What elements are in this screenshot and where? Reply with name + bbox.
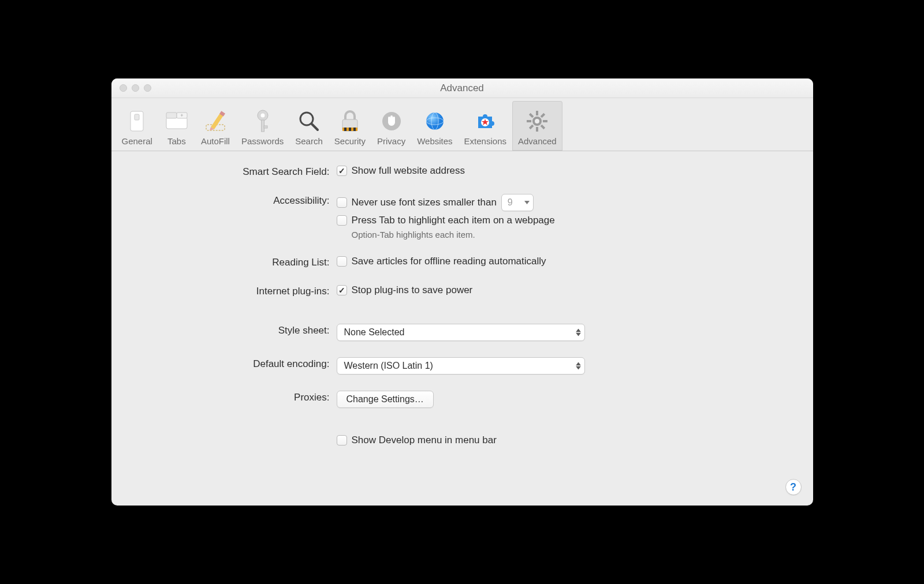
- zoom-window-button[interactable]: [144, 84, 151, 92]
- help-button[interactable]: ?: [785, 479, 802, 495]
- svg-rect-2: [166, 117, 187, 129]
- svg-point-23: [426, 113, 444, 130]
- tabs-icon: +: [164, 108, 189, 134]
- minimize-window-button[interactable]: [132, 84, 139, 92]
- encoding-label: Default encoding:: [135, 357, 337, 370]
- press-tab-checkbox[interactable]: [337, 215, 347, 226]
- min-font-size-checkbox[interactable]: [337, 197, 347, 208]
- magnifier-icon: [296, 108, 322, 134]
- encoding-value: Western (ISO Latin 1): [344, 361, 433, 371]
- svg-rect-21: [353, 128, 356, 131]
- tab-label: Search: [295, 136, 323, 146]
- svg-text:+: +: [180, 113, 183, 118]
- svg-rect-36: [541, 125, 545, 129]
- svg-rect-13: [264, 126, 267, 128]
- svg-rect-29: [536, 111, 538, 115]
- pencil-form-icon: [203, 108, 228, 134]
- tab-advanced[interactable]: Advanced: [512, 101, 562, 151]
- help-icon: ?: [790, 481, 796, 493]
- change-proxy-settings-text: Change Settings…: [346, 394, 424, 405]
- min-font-size-text: Never use font sizes smaller than: [352, 197, 497, 208]
- option-tab-hint: Option-Tab highlights each item.: [352, 230, 790, 239]
- chevron-down-icon: [524, 201, 530, 204]
- tab-general[interactable]: General: [116, 101, 158, 151]
- proxies-label: Proxies:: [135, 391, 337, 403]
- show-full-address-text: Show full website address: [352, 165, 465, 177]
- advanced-pane: Smart Search Field: Show full website ad…: [111, 151, 813, 463]
- svg-rect-30: [536, 127, 538, 132]
- svg-line-15: [312, 124, 318, 130]
- smart-search-label: Smart Search Field:: [135, 165, 337, 178]
- lock-icon: [337, 108, 363, 134]
- svg-rect-1: [135, 114, 139, 120]
- save-offline-checkbox[interactable]: [337, 256, 347, 267]
- tab-extensions[interactable]: Extensions: [459, 101, 512, 151]
- svg-rect-19: [344, 128, 346, 131]
- preferences-toolbar: General + Tabs: [111, 98, 813, 151]
- accessibility-label: Accessibility:: [135, 194, 337, 207]
- globe-icon: [422, 108, 448, 134]
- stop-plugins-text: Stop plug-ins to save power: [352, 284, 473, 296]
- tab-label: Tabs: [167, 136, 186, 146]
- svg-rect-34: [529, 125, 534, 129]
- stylesheet-select[interactable]: None Selected: [337, 324, 585, 341]
- change-proxy-settings-button[interactable]: Change Settings…: [337, 391, 434, 408]
- hand-stop-icon: [379, 108, 404, 134]
- show-develop-menu-checkbox[interactable]: [337, 435, 347, 446]
- chevron-updown-icon: [576, 329, 581, 336]
- window-controls: [120, 84, 151, 92]
- svg-rect-3: [166, 113, 177, 118]
- svg-marker-39: [576, 329, 581, 332]
- tab-security[interactable]: Security: [329, 101, 371, 151]
- min-font-size-value: 9: [508, 197, 513, 208]
- tab-label: AutoFill: [201, 136, 230, 146]
- tab-label: Security: [334, 136, 366, 146]
- tab-tabs[interactable]: + Tabs: [158, 101, 195, 151]
- press-tab-text: Press Tab to highlight each item on a we…: [352, 215, 555, 226]
- show-develop-menu-text: Show Develop menu in menu bar: [352, 435, 497, 446]
- tab-passwords[interactable]: Passwords: [236, 101, 289, 151]
- svg-marker-7: [211, 113, 223, 129]
- puzzle-icon: [472, 108, 498, 134]
- tab-autofill[interactable]: AutoFill: [195, 101, 236, 151]
- min-font-size-select[interactable]: 9: [501, 194, 534, 211]
- svg-marker-41: [576, 362, 581, 366]
- encoding-select[interactable]: Western (ISO Latin 1): [337, 357, 585, 375]
- svg-point-37: [535, 119, 539, 123]
- tab-search[interactable]: Search: [289, 101, 329, 151]
- svg-marker-40: [576, 333, 581, 336]
- svg-point-11: [260, 114, 264, 118]
- preferences-window: Advanced General + Tabs: [111, 78, 813, 506]
- stylesheet-label: Style sheet:: [135, 324, 337, 336]
- chevron-updown-icon: [576, 362, 581, 370]
- svg-rect-32: [543, 120, 547, 122]
- tab-label: Passwords: [241, 136, 284, 146]
- switch-icon: [124, 108, 150, 134]
- key-icon: [250, 108, 275, 134]
- plugins-label: Internet plug-ins:: [135, 284, 337, 297]
- show-full-address-checkbox[interactable]: [337, 166, 347, 176]
- close-window-button[interactable]: [120, 84, 127, 92]
- tab-privacy[interactable]: Privacy: [371, 101, 411, 151]
- svg-rect-20: [349, 128, 351, 131]
- window-title: Advanced: [111, 83, 813, 94]
- tab-label: General: [122, 136, 152, 146]
- svg-rect-35: [529, 113, 534, 118]
- stop-plugins-checkbox[interactable]: [337, 285, 347, 295]
- reading-list-label: Reading List:: [135, 256, 337, 268]
- tab-label: Websites: [417, 136, 452, 146]
- svg-marker-42: [576, 366, 581, 370]
- tab-label: Advanced: [518, 136, 557, 146]
- tab-websites[interactable]: Websites: [411, 101, 458, 151]
- gear-icon: [524, 108, 550, 134]
- tab-label: Privacy: [377, 136, 405, 146]
- svg-rect-31: [527, 120, 531, 122]
- svg-marker-38: [524, 201, 530, 204]
- tab-label: Extensions: [464, 136, 506, 146]
- save-offline-text: Save articles for offline reading automa…: [352, 256, 546, 267]
- titlebar: Advanced: [111, 78, 813, 98]
- stylesheet-value: None Selected: [344, 327, 405, 338]
- svg-rect-33: [541, 113, 545, 118]
